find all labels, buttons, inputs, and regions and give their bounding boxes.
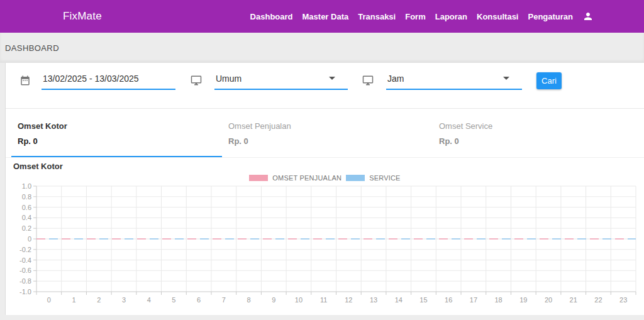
chart-legend: OMSET PENJUALAN SERVICE [6, 174, 644, 182]
svg-text:0.2: 0.2 [22, 224, 31, 232]
svg-text:-1.0: -1.0 [19, 288, 31, 295]
svg-text:3: 3 [122, 296, 126, 304]
svg-text:5: 5 [172, 296, 175, 304]
user-account-icon[interactable] [582, 11, 594, 22]
legend-label: OMSET PENJUALAN [272, 174, 341, 182]
svg-text:4: 4 [147, 296, 151, 304]
chevron-down-icon [329, 77, 335, 80]
nav-item-transaksi[interactable]: Transaksi [358, 12, 396, 21]
nav-item-dashboard[interactable]: Dashboard [250, 12, 293, 21]
category-select-value: Umum [216, 74, 242, 84]
monitor-icon [362, 75, 374, 86]
svg-text:23: 23 [619, 296, 627, 304]
app-header: FixMate Dashboard Master Data Transaksi … [0, 0, 644, 33]
breadcrumb: DASHBOARD [0, 33, 644, 63]
svg-text:20: 20 [545, 296, 552, 304]
svg-text:19: 19 [519, 296, 527, 304]
legend-label: SERVICE [369, 174, 401, 182]
calendar-icon [19, 75, 31, 86]
page-title: DASHBOARD [5, 43, 59, 53]
chart-section: Omset Kotor OMSET PENJUALAN SERVICE 1.00… [6, 158, 644, 306]
svg-text:9: 9 [272, 296, 275, 304]
svg-text:-0.4: -0.4 [19, 257, 31, 264]
line-chart: 1.00.80.60.40.20-0.2-0.4-0.6-0.8-1.00123… [8, 182, 642, 306]
main-nav: Dashboard Master Data Transaksi Form Lap… [250, 11, 594, 22]
svg-text:15: 15 [419, 296, 427, 304]
svg-text:17: 17 [470, 296, 477, 304]
svg-text:13: 13 [370, 296, 377, 304]
svg-text:11: 11 [320, 296, 327, 304]
legend-item-service[interactable]: SERVICE [346, 174, 401, 182]
tab-omset-kotor[interactable]: Omset Kotor Rp. 0 [11, 109, 222, 157]
svg-text:8: 8 [247, 296, 250, 304]
svg-text:0: 0 [47, 296, 51, 304]
stat-value: Rp. 0 [18, 136, 222, 146]
svg-text:2: 2 [97, 296, 101, 304]
svg-text:22: 22 [594, 296, 602, 304]
chart-title: Omset Kotor [6, 162, 644, 171]
svg-text:12: 12 [345, 296, 352, 304]
svg-text:18: 18 [494, 296, 502, 304]
nav-item-konsultasi[interactable]: Konsultasi [477, 12, 518, 21]
legend-item-omset-penjualan[interactable]: OMSET PENJUALAN [249, 174, 341, 182]
svg-text:0.4: 0.4 [22, 214, 31, 221]
stat-label: Omset Service [439, 121, 643, 131]
stat-value: Rp. 0 [439, 136, 643, 146]
stat-label: Omset Penjualan [228, 121, 433, 131]
svg-text:10: 10 [295, 296, 303, 304]
legend-swatch-pink [249, 175, 268, 181]
nav-item-pengaturan[interactable]: Pengaturan [528, 12, 573, 21]
filter-row: 13/02/2025 - 13/03/2025 Umum Jam Cari [6, 63, 644, 109]
svg-text:-0.2: -0.2 [19, 246, 31, 253]
interval-select[interactable]: Jam [386, 71, 522, 90]
svg-text:6: 6 [197, 296, 201, 304]
nav-item-laporan[interactable]: Laporan [435, 12, 467, 21]
interval-select-value: Jam [387, 74, 404, 84]
stat-tabs: Omset Kotor Rp. 0 Omset Penjualan Rp. 0 … [6, 109, 644, 158]
svg-text:0: 0 [28, 235, 31, 243]
svg-text:0.8: 0.8 [22, 193, 31, 201]
svg-text:0.6: 0.6 [22, 204, 31, 211]
category-select[interactable]: Umum [214, 71, 348, 90]
date-range-input[interactable]: 13/02/2025 - 13/03/2025 [42, 71, 175, 90]
svg-text:7: 7 [222, 296, 226, 304]
svg-text:21: 21 [570, 296, 577, 304]
brand-logo[interactable]: FixMate [63, 10, 102, 23]
search-button[interactable]: Cari [536, 72, 562, 89]
svg-text:-0.8: -0.8 [19, 277, 31, 285]
chevron-down-icon [503, 77, 509, 80]
svg-text:16: 16 [445, 296, 452, 304]
legend-swatch-blue [346, 175, 365, 181]
svg-text:14: 14 [395, 296, 402, 304]
tab-omset-penjualan[interactable]: Omset Penjualan Rp. 0 [222, 109, 433, 157]
svg-text:1.0: 1.0 [22, 182, 31, 190]
nav-item-form[interactable]: Form [405, 12, 426, 21]
stat-label: Omset Kotor [18, 121, 222, 131]
svg-text:1: 1 [72, 296, 76, 304]
stat-value: Rp. 0 [228, 136, 433, 146]
tab-omset-service[interactable]: Omset Service Rp. 0 [433, 109, 643, 157]
svg-text:-0.6: -0.6 [19, 267, 31, 274]
dashboard-card: 13/02/2025 - 13/03/2025 Umum Jam Cari Om… [5, 63, 644, 315]
monitor-icon [191, 75, 202, 86]
nav-item-master-data[interactable]: Master Data [303, 12, 349, 21]
